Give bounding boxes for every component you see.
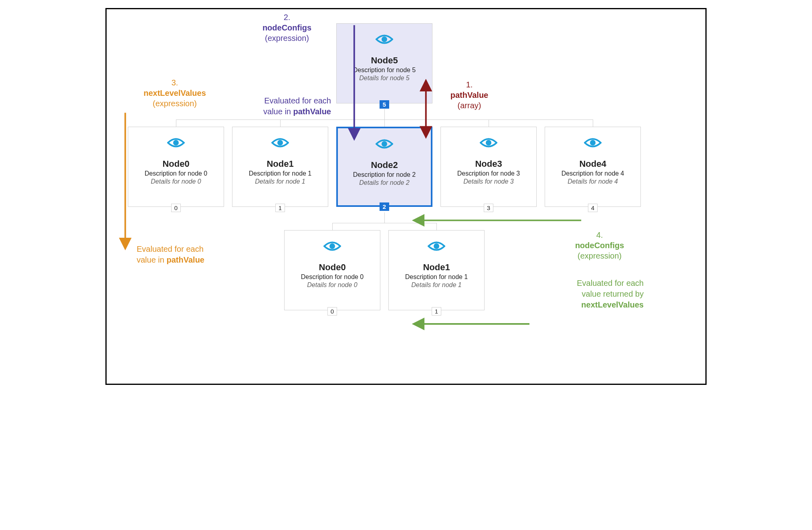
svg-point-0: [382, 36, 387, 42]
node-desc: Description for node 0: [285, 273, 380, 281]
diagram-frame: Node5 Description for node 5 Details for…: [105, 8, 707, 385]
node-badge: 1: [432, 307, 441, 316]
node-badge: 2: [380, 202, 389, 211]
tree-connector: [332, 223, 333, 230]
node-desc: Description for node 1: [389, 273, 484, 281]
note-purple: Evaluated for each value in pathValue: [239, 95, 331, 117]
node-details: Details for node 1: [232, 178, 328, 185]
node-card: Node1 Description for node 1 Details for…: [388, 230, 485, 310]
label-pathvalue: 1. pathValue (array): [437, 79, 501, 111]
node-title: Node3: [441, 159, 536, 169]
node-desc: Description for node 1: [232, 170, 328, 177]
node-title: Node2: [338, 160, 431, 170]
node-badge: 5: [380, 100, 389, 109]
svg-point-4: [486, 140, 491, 146]
node-title: Node0: [128, 159, 224, 169]
svg-point-1: [173, 140, 179, 146]
tree-connector: [384, 212, 385, 223]
eye-icon: [584, 137, 602, 151]
node-card: Node1 Description for node 1 Details for…: [232, 127, 328, 207]
node-card: Node0 Description for node 0 Details for…: [128, 127, 224, 207]
tree-connector: [384, 109, 385, 119]
svg-point-7: [434, 243, 439, 249]
tree-connector: [593, 119, 593, 127]
node-desc: Description for node 3: [441, 170, 536, 177]
tree-connector: [332, 223, 436, 223]
node-details: Details for node 0: [285, 281, 380, 289]
svg-point-5: [590, 140, 596, 146]
node-card: Node0 Description for node 0 Details for…: [284, 230, 380, 310]
node-desc: Description for node 4: [545, 170, 640, 177]
node-title: Node0: [285, 262, 380, 273]
tree-connector: [436, 223, 437, 230]
eye-icon: [376, 138, 393, 152]
node-details: Details for node 3: [441, 178, 536, 185]
eye-icon: [167, 137, 185, 151]
node-details: Details for node 4: [545, 178, 640, 185]
eye-icon: [376, 33, 393, 47]
eye-icon: [271, 137, 289, 151]
label-nextlevelvalues: 3. nextLevelValues (expression): [131, 77, 219, 109]
node-badge: 1: [275, 204, 285, 212]
eye-icon: [480, 137, 497, 151]
node-details: Details for node 5: [337, 75, 432, 82]
label-nodeconfigs-top: 2. nodeConfigs (expression): [243, 12, 331, 43]
tree-connector: [384, 119, 385, 127]
node-title: Node1: [232, 159, 328, 169]
node-badge: 3: [484, 204, 493, 212]
svg-point-3: [382, 141, 387, 147]
node-title: Node5: [337, 55, 432, 66]
node-badge: 0: [327, 307, 337, 316]
note-green: Evaluated for each value returned by nex…: [543, 278, 644, 310]
tree-connector: [280, 119, 281, 127]
eye-icon: [428, 240, 445, 254]
node-card: Node3 Description for node 3 Details for…: [440, 127, 537, 207]
label-nodeconfigs-bottom: 4. nodeConfigs (expression): [555, 230, 644, 261]
svg-point-2: [277, 140, 283, 146]
note-orange: Evaluated for each value in pathValue: [137, 244, 233, 265]
node-card-selected: Node2 Description for node 2 Details for…: [336, 127, 432, 207]
node-title: Node1: [389, 262, 484, 273]
eye-icon: [323, 240, 341, 254]
node-details: Details for node 0: [128, 178, 224, 185]
tree-connector: [176, 119, 176, 127]
node-details: Details for node 1: [389, 281, 484, 289]
node-card: Node4 Description for node 4 Details for…: [545, 127, 641, 207]
node-desc: Description for node 5: [337, 67, 432, 74]
node-desc: Description for node 0: [128, 170, 224, 177]
tree-connector: [489, 119, 489, 127]
node-title: Node4: [545, 159, 640, 169]
node-card-top: Node5 Description for node 5 Details for…: [336, 23, 432, 103]
node-badge: 4: [588, 204, 598, 212]
svg-point-6: [329, 243, 335, 249]
node-desc: Description for node 2: [338, 171, 431, 178]
node-badge: 0: [171, 204, 181, 212]
node-details: Details for node 2: [338, 179, 431, 186]
